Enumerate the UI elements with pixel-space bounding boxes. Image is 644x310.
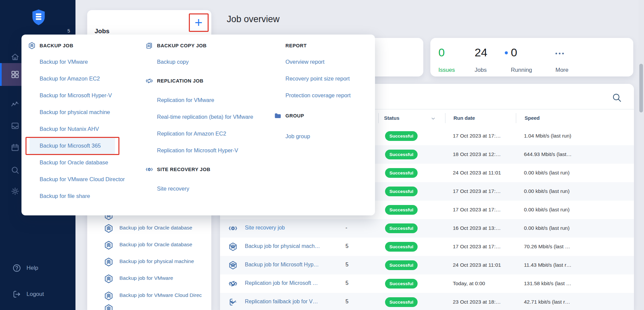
menu-item-site-recovery[interactable]: Site recovery [146,180,260,197]
help-label: Help [26,265,38,271]
menu-section-title: REPORT [285,43,307,48]
backup-job-icon [104,304,114,310]
running-dot-icon [505,51,508,54]
menu-column: BACKUP COPY JOBBackup copyREPLICATION JO… [146,35,260,197]
job-name-link[interactable]: Site recovery job [245,225,339,231]
job-list-item[interactable]: Backup job for physical machine [87,254,211,270]
logout-button[interactable]: Logout [12,289,44,299]
menu-section-header: BACKUP COPY JOB [146,38,260,53]
menu-item-job-group[interactable]: Job group [274,128,368,145]
menu-item-recovery-point-size-report[interactable]: Recovery point size report [274,70,368,87]
menu-item-overview-report[interactable]: Overview report [274,53,368,70]
menu-item-backup-for-file-share[interactable]: Backup for file share [29,188,129,204]
status-badge: Successful [385,187,418,196]
status-filter-chevron-icon[interactable] [431,116,436,121]
menu-item-backup-for-oracle-database[interactable]: Backup for Oracle database [29,154,129,171]
menu-item-backup-for-vmware[interactable]: Backup for VMware [29,53,129,70]
page-title: Job overview [227,14,280,24]
site-recovery-icon [228,223,238,233]
status-badge: Successful [385,297,418,307]
job-name-link[interactable]: Replication job for Microsoft … [245,280,339,286]
page-scrollbar-thumb[interactable] [639,64,643,112]
job-count: - [345,225,347,231]
menu-item-replication-for-amazon-ec2[interactable]: Replication for Amazon EC2 [146,125,260,142]
jobs-panel-title: Jobs [95,28,109,35]
expand-chevron-icon[interactable] [228,242,238,252]
site-recovery-icon [145,165,153,173]
column-header-run-date[interactable]: Run date [453,115,475,121]
page-scrollbar-track[interactable] [638,0,644,310]
menu-item-backup-for-nutanix-ahv[interactable]: Backup for Nutanix AHV [29,120,129,137]
speed-cell: 0.00 kbit/s (last run) [524,207,570,213]
menu-item-replication-for-vmware[interactable]: Replication for VMware [146,92,260,108]
run-date-cell: Today, at 0:00 [453,280,485,287]
menu-section-header: SITE RECOVERY JOB [146,159,260,180]
active-indicator-bar [0,63,2,86]
menu-section-header: REPLICATION JOB [146,70,260,92]
menu-item-backup-copy[interactable]: Backup copy [146,53,260,70]
table-row[interactable]: Replication job for Microsoft …5Successf… [220,274,634,293]
running-value: 0 [511,46,517,59]
jobs-label: Jobs [475,67,487,73]
menu-item-replication-for-microsoft-hyper-v[interactable]: Replication for Microsoft Hyper-V [146,142,260,159]
add-job-button[interactable]: + [191,15,206,30]
menu-item-backup-for-amazon-ec2[interactable]: Backup for Amazon EC2 [29,70,129,87]
logout-icon [12,290,21,299]
job-name-link[interactable]: Backup job for physical mach… [245,243,339,249]
help-icon [12,263,21,273]
menu-item-backup-for-physical-machine[interactable]: Backup for physical machine [29,104,129,120]
menu-section-title: SITE RECOVERY JOB [157,167,210,172]
settings-icon [10,187,20,196]
status-badge: Successful [385,279,418,289]
job-list-item[interactable]: Backup job for VMware [87,270,211,287]
expand-chevron-icon[interactable] [228,260,238,270]
backup-copy-icon [145,42,153,50]
expand-chevron-icon[interactable] [228,279,238,289]
status-badge: Successful [385,168,418,178]
job-name-link[interactable]: Backup job for Microsoft Hyp… [245,262,339,268]
menu-item-backup-for-microsoft-hyper-v[interactable]: Backup for Microsoft Hyper-V [29,87,129,104]
menu-section-title: BACKUP JOB [40,43,73,48]
menu-item-protection-coverage-report[interactable]: Protection coverage report [274,87,368,104]
column-header-status[interactable]: Status [384,115,399,121]
backup-job-icon [104,240,114,250]
table-row[interactable]: Backup job for Microsoft Hyp…5Successful… [220,256,634,274]
job-list-item-label: Backup job for Oracle database [119,242,211,248]
column-header-speed[interactable]: Speed [525,115,540,121]
inbox-icon [10,121,20,131]
speed-cell: 644.93 Mbit/s (last… [524,151,572,157]
table-row[interactable]: Site recovery job-Successful16 Oct 2023 … [220,219,634,238]
help-button[interactable]: Help [12,263,38,273]
create-job-menu: BACKUP JOBBackup for VMwareBackup for Am… [21,35,375,215]
job-list-item[interactable]: Backup job for VMware Cloud Direc [87,288,211,304]
job-list-item-partial-bottom[interactable] [87,304,211,310]
status-badge: Successful [385,223,418,233]
run-date-cell: 23 Oct 2023 at 18:… [453,299,501,305]
run-date-cell: 24 Oct 2023 at 11:01 [453,170,501,176]
expand-chevron-icon[interactable] [228,297,238,307]
job-name-link[interactable]: Replication failback job for V… [245,299,339,305]
menu-section-header: GROUP [274,104,368,128]
table-row[interactable]: Replication failback job for V…5Successf… [220,293,634,310]
menu-column: REPORTOverview reportRecovery point size… [274,35,368,145]
menu-item-backup-for-microsoft-365[interactable]: Backup for Microsoft 365 [30,137,115,154]
menu-item-real-time-replication-beta-for-vmware[interactable]: Real-time replication (beta) for VMware [146,108,260,125]
activity-icon [10,99,20,109]
job-count: 5 [345,299,348,305]
run-date-cell: 17 Oct 2023 at 17:… [453,133,501,139]
status-badge: Successful [385,242,418,252]
backup-job-icon [104,257,114,267]
status-badge: Successful [385,260,418,270]
stats-card: 0 Issues 24 Jobs 0 Running More [430,38,633,76]
job-list-item-label: Backup job for VMware [119,275,211,281]
menu-item-backup-for-vmware-cloud-director[interactable]: Backup for VMware Cloud Director [29,171,129,188]
speed-cell: 0.00 kbit/s (last run) [524,225,570,231]
calendar-icon [10,143,20,152]
home-icon [10,52,20,62]
table-search-icon[interactable] [612,93,622,103]
job-list-item[interactable]: Backup job for Oracle database [87,237,211,254]
menu-section-title: GROUP [285,113,304,118]
search-icon [10,165,20,175]
status-badge: Successful [385,131,418,141]
table-row[interactable]: Backup job for physical mach…5Successful… [220,238,634,256]
